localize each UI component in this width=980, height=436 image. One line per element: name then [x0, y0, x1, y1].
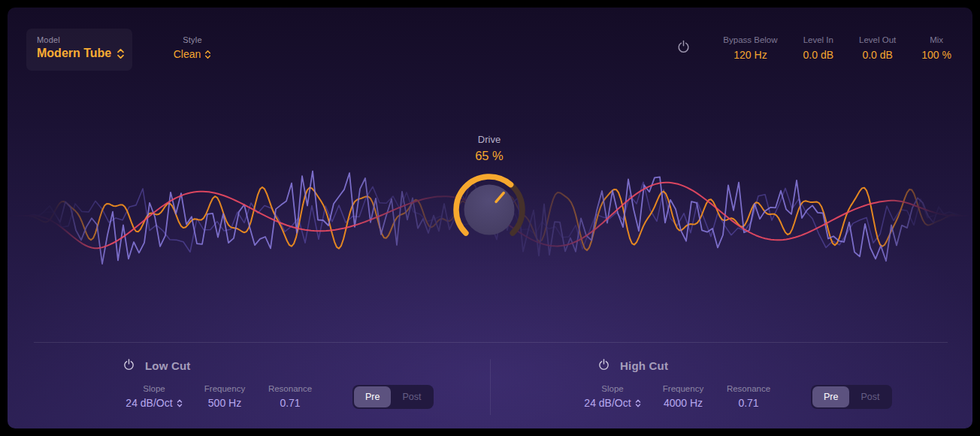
- low-cut-resonance-label: Resonance: [258, 384, 322, 393]
- low-cut-post-button[interactable]: Post: [391, 386, 432, 407]
- drive-label: Drive: [440, 134, 538, 145]
- saturation-plugin-window: Model Modern Tube Style Clean Bypass Bel…: [8, 8, 972, 428]
- bypass-below-field[interactable]: Bypass Below 120 Hz: [710, 35, 790, 61]
- section-divider: [34, 342, 948, 343]
- mix-field[interactable]: Mix 100 %: [909, 35, 954, 61]
- high-cut-resonance-field[interactable]: Resonance 0.71: [716, 384, 781, 409]
- level-out-value: 0.0 dB: [859, 49, 896, 61]
- low-cut-resonance-field[interactable]: Resonance 0.71: [258, 384, 322, 409]
- drive-value: 65 %: [440, 149, 538, 163]
- style-select[interactable]: Style Clean: [158, 35, 227, 60]
- high-cut-post-button[interactable]: Post: [849, 386, 891, 407]
- low-cut-pre-button[interactable]: Pre: [354, 386, 391, 407]
- high-cut-title: High Cut: [620, 359, 668, 372]
- high-cut-frequency-label: Frequency: [650, 384, 716, 393]
- low-cut-frequency-label: Frequency: [192, 384, 258, 393]
- model-select[interactable]: Model Modern Tube: [26, 29, 132, 71]
- level-in-field[interactable]: Level In 0.0 dB: [791, 35, 846, 61]
- low-cut-slope-label: Slope: [116, 384, 192, 393]
- level-in-label: Level In: [803, 35, 833, 44]
- high-cut-section: High Cut Slope 24 dB/Oct Frequency 4000 …: [575, 358, 892, 409]
- chevron-updown-icon: [116, 48, 125, 59]
- low-cut-resonance-value: 0.71: [280, 397, 300, 409]
- mix-label: Mix: [921, 35, 951, 44]
- bypass-below-value: 120 Hz: [723, 49, 777, 61]
- high-cut-slope-label: Slope: [575, 384, 650, 393]
- power-icon: [597, 358, 610, 373]
- level-out-label: Level Out: [859, 35, 896, 44]
- high-cut-resonance-value: 0.71: [738, 397, 758, 409]
- high-cut-slope-field[interactable]: Slope 24 dB/Oct: [575, 384, 650, 409]
- filter-divider: [490, 359, 491, 415]
- chevron-updown-icon: [635, 399, 641, 407]
- low-cut-routing-toggle: Pre Post: [352, 385, 434, 409]
- model-value: Modern Tube: [37, 47, 111, 60]
- level-in-value: 0.0 dB: [803, 49, 833, 61]
- low-cut-title: Low Cut: [145, 359, 191, 372]
- style-value: Clean: [174, 48, 201, 60]
- drive-knob[interactable]: [448, 168, 531, 251]
- high-cut-pre-button[interactable]: Pre: [812, 386, 849, 407]
- bypass-below-label: Bypass Below: [723, 35, 777, 44]
- high-cut-resonance-label: Resonance: [716, 384, 781, 393]
- low-cut-slope-field[interactable]: Slope 24 dB/Oct: [116, 384, 192, 409]
- high-cut-slope-value: 24 dB/Oct: [584, 397, 631, 409]
- low-cut-power-button[interactable]: [122, 358, 135, 373]
- chevron-updown-icon: [177, 399, 183, 407]
- low-cut-frequency-value: 500 Hz: [208, 397, 241, 409]
- power-icon: [676, 39, 691, 56]
- high-cut-frequency-field[interactable]: Frequency 4000 Hz: [650, 384, 716, 409]
- high-cut-power-button[interactable]: [597, 358, 610, 373]
- high-cut-routing-toggle: Pre Post: [811, 385, 892, 409]
- low-cut-frequency-field[interactable]: Frequency 500 Hz: [192, 384, 258, 409]
- high-cut-frequency-value: 4000 Hz: [664, 397, 703, 409]
- header-output-section: Bypass Below 120 Hz Level In 0.0 dB Leve…: [676, 35, 954, 61]
- power-icon: [122, 358, 135, 373]
- mix-value: 100 %: [921, 49, 951, 61]
- drive-control: Drive 65 %: [440, 134, 538, 254]
- chevron-updown-icon: [204, 50, 211, 59]
- low-cut-section: Low Cut Slope 24 dB/Oct Frequency 500 Hz…: [116, 358, 434, 409]
- model-label: Model: [37, 35, 132, 44]
- bypass-power-button[interactable]: [676, 39, 691, 56]
- style-label: Style: [158, 35, 227, 44]
- level-out-field[interactable]: Level Out 0.0 dB: [846, 35, 909, 61]
- low-cut-slope-value: 24 dB/Oct: [126, 397, 172, 409]
